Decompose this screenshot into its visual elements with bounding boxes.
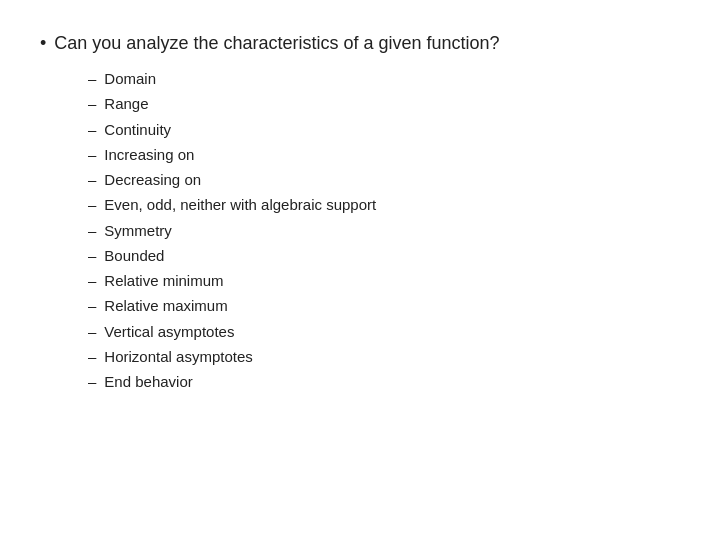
list-item-label: Relative minimum [104, 269, 223, 292]
list-item-label: Symmetry [104, 219, 172, 242]
list-item: –Even, odd, neither with algebraic suppo… [88, 193, 680, 216]
list-item-dash: – [88, 67, 96, 90]
list-item-label: Bounded [104, 244, 164, 267]
list-item-dash: – [88, 370, 96, 393]
list-item: –Vertical asymptotes [88, 320, 680, 343]
list-item-dash: – [88, 345, 96, 368]
list-item: –Continuity [88, 118, 680, 141]
list-item-label: Decreasing on [104, 168, 201, 191]
list-item: –Increasing on [88, 143, 680, 166]
list-item-label: Continuity [104, 118, 171, 141]
list-item-label: Relative maximum [104, 294, 227, 317]
list-item-label: Horizontal asymptotes [104, 345, 252, 368]
list-item-dash: – [88, 219, 96, 242]
list-item: –Bounded [88, 244, 680, 267]
list-item: –Horizontal asymptotes [88, 345, 680, 368]
list-item-label: Domain [104, 67, 156, 90]
list-item-dash: – [88, 320, 96, 343]
list-item-dash: – [88, 143, 96, 166]
list-item: –End behavior [88, 370, 680, 393]
list-item-label: Vertical asymptotes [104, 320, 234, 343]
list-item: –Decreasing on [88, 168, 680, 191]
list-item-label: Range [104, 92, 148, 115]
list-item: –Symmetry [88, 219, 680, 242]
list-item: –Range [88, 92, 680, 115]
bullet-dot: • [40, 30, 46, 57]
list-item: –Relative minimum [88, 269, 680, 292]
list-item-label: End behavior [104, 370, 192, 393]
list-item-dash: – [88, 193, 96, 216]
list-item-dash: – [88, 168, 96, 191]
list-item-dash: – [88, 92, 96, 115]
sub-list: –Domain–Range–Continuity–Increasing on–D… [88, 67, 680, 393]
list-item-dash: – [88, 294, 96, 317]
list-item-dash: – [88, 118, 96, 141]
list-item-dash: – [88, 269, 96, 292]
list-item-dash: – [88, 244, 96, 267]
main-question: Can you analyze the characteristics of a… [54, 30, 499, 57]
main-bullet: • Can you analyze the characteristics of… [40, 30, 680, 57]
list-item-label: Increasing on [104, 143, 194, 166]
slide-content: • Can you analyze the characteristics of… [40, 30, 680, 395]
list-item: –Domain [88, 67, 680, 90]
list-item: –Relative maximum [88, 294, 680, 317]
list-item-label: Even, odd, neither with algebraic suppor… [104, 193, 376, 216]
